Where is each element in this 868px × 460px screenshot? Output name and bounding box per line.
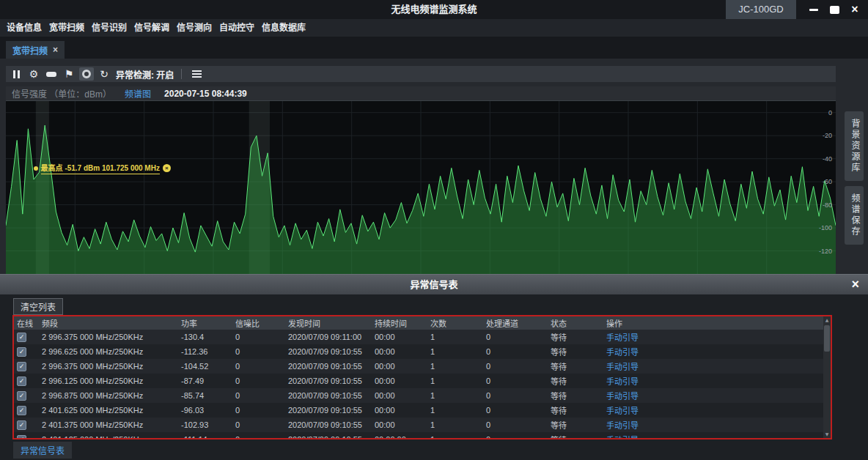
clear-list-button[interactable]: 清空列表 [13, 298, 63, 315]
online-checkbox[interactable]: ✓ [17, 435, 26, 440]
manual-guide-link[interactable]: 手动引导 [606, 377, 639, 386]
side-button-background-library[interactable]: 背景资源库 [845, 111, 864, 181]
row-filler [662, 359, 823, 374]
app-window: 无线电频谱监测系统 JC-100GD × 设备信息 宽带扫频 信号识别 信号解调… [0, 0, 868, 460]
column-header: 持续时间 [372, 316, 427, 330]
table-row[interactable]: ✓2 401.375 000 MHz/250KHz-102.9302020/07… [14, 418, 823, 432]
chart-ylabel: 信号强度 （单位：dBm） [12, 87, 111, 100]
manual-guide-link[interactable]: 手动引导 [606, 392, 639, 401]
titlebar: 无线电频谱监测系统 JC-100GD × [0, 0, 868, 19]
chart-type-label[interactable]: 频谱图 [125, 87, 151, 100]
table-row[interactable]: ✓2 401.625 000 MHz/250KHz-96.0302020/07/… [14, 403, 823, 418]
abnormal-signal-table: 在线频段功率信噪比发现时间持续时间次数处理通道状态操作 ✓2 996.375 0… [12, 315, 832, 439]
table-row[interactable]: ✓2 996.375 000 MHz/250KHz-130.402020/07/… [14, 330, 823, 344]
table-row[interactable]: ✓2 996.375 000 MHz/250KHz-104.5202020/07… [14, 359, 823, 374]
manual-guide-link[interactable]: 手动引导 [606, 333, 639, 342]
column-header: 发现时间 [285, 316, 372, 330]
column-header: 处理通道 [483, 316, 548, 330]
chart-timestamp: 2020-07-15 08:44:39 [164, 89, 247, 99]
gear-icon: ⚙ [29, 69, 39, 79]
online-checkbox[interactable]: ✓ [17, 391, 26, 401]
scroll-up-icon[interactable]: ▲ [823, 316, 831, 324]
scrollbar-thumb[interactable] [824, 325, 830, 352]
device-badge[interactable]: JC-100GD [726, 0, 796, 19]
anomaly-detection-toggle[interactable]: 异常检测: 开启 [116, 68, 174, 81]
maximize-icon [830, 6, 839, 14]
tab-label: 宽带扫频 [12, 44, 48, 56]
peak-annotation-label: 最高点 -51.7 dBm 101.725 000 MHz [41, 162, 160, 174]
table-scrollbar[interactable]: ▲ ▼ [823, 316, 831, 438]
overlay-titlebar: 异常信号表 × [0, 274, 868, 294]
table-row[interactable]: ✓2 996.125 000 MHz/250KHz-87.4902020/07/… [14, 374, 823, 388]
column-header: 信噪比 [232, 316, 285, 330]
column-header: 次数 [427, 316, 483, 330]
close-icon: × [851, 4, 858, 15]
side-button-spectrum-save[interactable]: 频谱保存 [845, 186, 864, 245]
menu-item-signal-demodulation[interactable]: 信号解调 [130, 19, 173, 37]
online-checkbox[interactable]: ✓ [17, 362, 26, 371]
record-button[interactable] [79, 67, 94, 81]
toolbar-menu-button[interactable] [189, 67, 204, 81]
online-checkbox[interactable]: ✓ [17, 333, 26, 342]
settings-button[interactable]: ⚙ [26, 67, 41, 81]
close-button[interactable]: × [845, 0, 865, 19]
scroll-down-icon[interactable]: ▼ [823, 431, 831, 438]
hamburger-icon [192, 70, 202, 78]
peak-annotation: 最高点 -51.7 dBm 101.725 000 MHz × [34, 162, 171, 174]
overlay-body: 清空列表 在线频段功率信噪比发现时间持续时间次数处理通道状态操作 ✓2 996.… [0, 294, 868, 460]
online-checkbox[interactable]: ✓ [17, 347, 26, 357]
minimize-button[interactable] [803, 0, 824, 19]
online-checkbox[interactable]: ✓ [17, 376, 26, 386]
signal-table: 在线频段功率信噪比发现时间持续时间次数处理通道状态操作 ✓2 996.375 0… [14, 316, 823, 439]
measure-icon [46, 72, 56, 77]
column-header: 状态 [548, 316, 603, 330]
refresh-icon: ↻ [100, 69, 108, 79]
column-header: 操作 [603, 316, 662, 330]
overlay-title: 异常信号表 [410, 279, 457, 290]
table-header-row: 在线频段功率信噪比发现时间持续时间次数处理通道状态操作 [14, 316, 823, 330]
overlay-close-icon[interactable]: × [851, 275, 859, 295]
manual-guide-link[interactable]: 手动引导 [606, 421, 639, 430]
column-header: 功率 [178, 316, 232, 330]
maximize-button[interactable] [824, 0, 845, 19]
menu-item-auto-guard[interactable]: 自动控守 [216, 19, 258, 37]
flag-icon: ⚑ [65, 69, 74, 79]
pause-icon [13, 70, 20, 78]
menu-item-info-database[interactable]: 信息数据库 [258, 19, 309, 37]
bottom-tab-abnormal-signal-table[interactable]: 异常信号表 [13, 442, 72, 459]
menu-item-broadband-scan[interactable]: 宽带扫频 [45, 19, 88, 37]
online-checkbox[interactable]: ✓ [17, 420, 26, 430]
column-header-filler [662, 316, 823, 330]
record-icon [82, 70, 91, 78]
toolbar: ⚙ ⚑ ↻ 异常检测: 开启 [6, 66, 836, 82]
manual-guide-link[interactable]: 手动引导 [606, 407, 639, 415]
tab-close-icon[interactable]: × [53, 45, 58, 55]
spectrum-plot [6, 101, 836, 274]
menu-item-device-info[interactable]: 设备信息 [3, 19, 45, 37]
peak-marker-icon [34, 166, 38, 171]
chart-header: 信号强度 （单位：dBm） 频谱图 2020-07-15 08:44:39 [6, 86, 836, 101]
menu-item-signal-direction[interactable]: 信号测向 [173, 19, 216, 37]
spectrum-chart[interactable]: 最高点 -51.7 dBm 101.725 000 MHz × 0-20-40-… [6, 101, 836, 275]
menu-item-signal-recognition[interactable]: 信号识别 [88, 19, 130, 37]
pause-button[interactable] [9, 67, 23, 81]
row-filler [662, 403, 823, 418]
online-checkbox[interactable]: ✓ [17, 406, 26, 415]
row-filler [662, 418, 823, 432]
manual-guide-link[interactable]: 手动引导 [606, 348, 639, 357]
measure-button[interactable] [44, 67, 59, 81]
menubar: 设备信息 宽带扫频 信号识别 信号解调 信号测向 自动控守 信息数据库 [0, 19, 868, 37]
tab-broadband-scan[interactable]: 宽带扫频 × [6, 41, 65, 59]
toolbar-separator [181, 69, 182, 79]
manual-guide-link[interactable]: 手动引导 [606, 436, 639, 439]
table-row[interactable]: ✓2 996.625 000 MHz/250KHz-112.3602020/07… [14, 344, 823, 359]
annotation-close-icon[interactable]: × [163, 164, 171, 172]
table-row[interactable]: ✓2 401.125 000 MHz/250KHz-111.1402020/07… [14, 432, 823, 439]
refresh-button[interactable]: ↻ [97, 67, 111, 81]
minimize-icon [809, 9, 818, 11]
flag-button[interactable]: ⚑ [62, 67, 76, 81]
table-row[interactable]: ✓2 996.875 000 MHz/250KHz-85.7402020/07/… [14, 388, 823, 403]
manual-guide-link[interactable]: 手动引导 [606, 363, 639, 371]
row-filler [662, 344, 823, 359]
row-filler [662, 432, 823, 439]
